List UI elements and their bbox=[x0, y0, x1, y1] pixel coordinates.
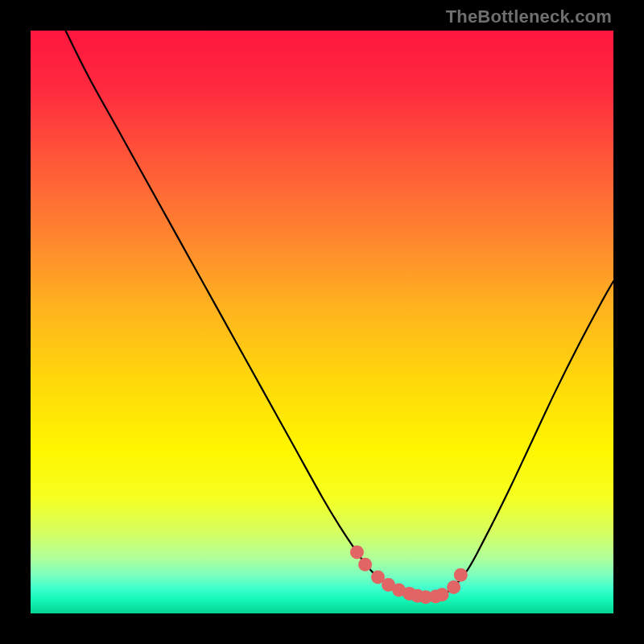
highlight-dot bbox=[350, 545, 364, 559]
chart-frame: TheBottleneck.com bbox=[0, 0, 644, 644]
watermark-text: TheBottleneck.com bbox=[446, 6, 612, 27]
highlight-dot bbox=[358, 558, 372, 572]
highlight-dot bbox=[454, 568, 468, 582]
plot-area bbox=[31, 31, 613, 613]
highlight-dots bbox=[31, 31, 613, 613]
highlight-dot bbox=[436, 588, 449, 601]
highlight-dot bbox=[447, 580, 460, 594]
